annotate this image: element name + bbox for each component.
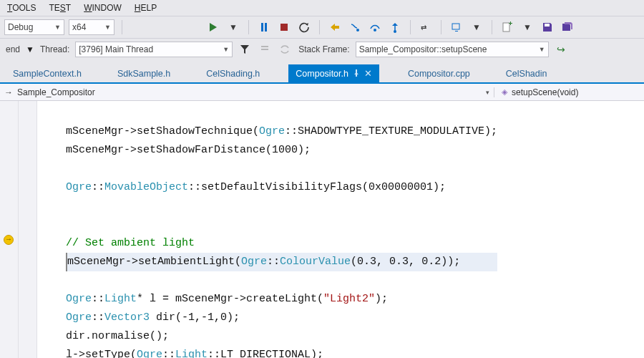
separator [492,20,492,34]
tab-celshading-partial[interactable]: CelShadin [499,65,555,82]
platform-combo[interactable]: x64▼ [69,19,114,35]
config-combo[interactable]: Debug▼ [4,19,64,35]
scope-combo[interactable]: Sample_Compositor [17,87,95,97]
svg-rect-7 [545,24,550,26]
watch-button[interactable] [449,19,464,35]
code-line: // Set ambient light [66,237,195,249]
menu-tools[interactable]: TOOLS [7,3,36,13]
svg-point-3 [394,30,396,33]
tab-celshading-h[interactable]: CelShading.h [199,65,267,82]
close-icon[interactable]: ✕ [364,68,372,79]
save-button[interactable] [540,19,555,35]
toolbar-main: Debug▼ x64▼ ▼ ⇄ ▼ ▼ [0,16,644,38]
code-editor[interactable]: mSceneMgr->setShadowTechnique(Ogre::SHAD… [0,101,644,358]
code-line [66,218,72,231]
continue-dropdown[interactable]: ▼ [225,19,241,35]
separator [410,20,411,34]
chevron-down-icon: ▼ [472,22,481,32]
nav-bar: → Sample_Compositor ▾ ◈ setupScene(void) [0,84,644,101]
show-next-statement-button[interactable] [327,19,343,35]
thread-combo[interactable]: [3796] Main Thread▼ [75,42,233,57]
code-area[interactable]: mSceneMgr->setShadowTechnique(Ogre::SHAD… [37,101,497,358]
indicator-gutter [19,101,37,358]
toolbar-debug-location: end ▼ Thread: [3796] Main Thread▼ Stack … [0,38,644,60]
svg-rect-5 [452,24,459,29]
tab-compositor-h[interactable]: Compositor.h ✕ [288,64,379,82]
svg-point-2 [374,29,376,32]
chevron-down-icon: ▼ [54,24,61,31]
continue-button[interactable] [205,19,221,35]
chevron-down-icon: ▼ [539,46,545,53]
code-line [66,274,72,286]
code-line [66,200,72,212]
chevron-down-icon: ▼ [229,22,238,32]
new-item-button[interactable] [499,19,515,35]
current-statement-marker[interactable] [4,235,14,245]
code-line: Ogre::Vector3 dir(-1,-1,0); [66,311,240,324]
flag-filter-button[interactable] [237,42,253,57]
back-icon[interactable]: → [4,87,13,97]
stackframe-label: Stack Frame: [298,44,349,54]
svg-rect-6 [503,23,509,32]
pin-icon[interactable] [353,69,360,79]
stop-button[interactable] [276,19,292,35]
separator [122,20,122,34]
method-icon: ◈ [502,87,507,97]
hex-toggle-button[interactable]: ⇄ [418,19,434,35]
sync-frame-button[interactable]: ↪ [553,42,569,57]
code-line: Ogre::Light* l = mSceneMgr->createLight(… [66,293,388,305]
document-tabs: SampleContext.h SdkSample.h CelShading.h… [0,60,644,84]
step-over-button[interactable] [367,19,383,35]
cycle-button[interactable] [277,42,293,57]
stackframe-combo[interactable]: Sample_Compositor::setupScene▼ [356,42,549,57]
svg-point-1 [356,29,359,32]
tab-compositor-cpp[interactable]: Compositor.cpp [401,65,477,82]
thread-label: Thread: [40,44,69,54]
chevron-down-icon[interactable]: ▾ [486,89,489,96]
svg-text:⇄: ⇄ [421,24,426,32]
separator [248,20,249,34]
step-out-button[interactable] [387,19,403,35]
svg-rect-0 [280,24,288,31]
tab-sdksample[interactable]: SdkSample.h [110,65,177,82]
current-line: mSceneMgr->setAmbientLight(Ogre::ColourV… [66,253,497,271]
chevron-down-icon: ▼ [104,24,111,31]
code-line [66,163,72,175]
separator [441,20,441,34]
separator [319,20,320,34]
restart-button[interactable] [296,19,312,35]
code-line: l->setType(Ogre::Light::LT_DIRECTIONAL); [66,349,323,358]
code-line: mSceneMgr->setShadowTechnique(Ogre::SHAD… [66,125,497,137]
step-into-button[interactable] [347,19,363,35]
chevron-down-icon[interactable]: ▼ [26,44,34,54]
code-line: Ogre::MovableObject::setDefaultVisibilit… [66,181,446,193]
watch-dropdown[interactable]: ▼ [469,19,484,35]
code-line: dir.normalise(); [66,330,169,342]
menu-help[interactable]: HELP [135,3,157,13]
code-line: mSceneMgr->setShadowFarDistance(1000); [66,144,311,156]
breakpoint-gutter[interactable] [0,101,19,358]
menu-bar: TOOLS TEST WINDOW HELP [0,0,644,16]
menu-test[interactable]: TEST [49,3,71,13]
end-label: end [6,44,20,54]
chevron-down-icon: ▼ [523,22,532,32]
menu-window[interactable]: WINDOW [84,3,122,13]
thread-marker-button[interactable] [257,42,273,57]
save-all-button[interactable] [560,19,575,35]
tab-samplecontext[interactable]: SampleContext.h [6,65,89,82]
chevron-down-icon: ▼ [223,46,229,53]
member-combo[interactable]: setupScene(void) [512,87,578,97]
new-dropdown[interactable]: ▼ [519,19,535,35]
pause-button[interactable] [256,19,272,35]
